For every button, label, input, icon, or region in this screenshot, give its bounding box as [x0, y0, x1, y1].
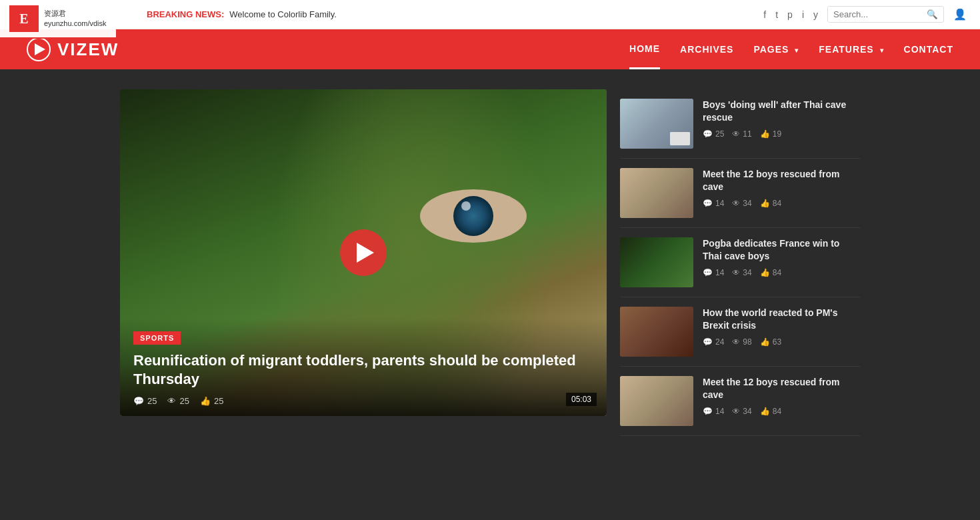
side-thumb-1: [620, 168, 693, 218]
user-icon[interactable]: 👤: [953, 8, 967, 21]
pinterest-icon[interactable]: p: [787, 9, 793, 20]
side-meta-2: 💬 14 👁 34 👍 84: [703, 268, 860, 277]
side-title-0: Boys 'doing well' after Thai cave rescue: [703, 99, 860, 124]
like-count-4: 84: [773, 407, 781, 416]
pages-arrow: ▾: [795, 47, 799, 54]
brand-logo[interactable]: VIZEW: [27, 37, 119, 61]
duration-badge: 05:03: [566, 393, 597, 406]
play-icon: [35, 43, 45, 55]
side-views-3: 👁 98: [732, 337, 751, 347]
like-icon-0: 👍: [760, 129, 770, 139]
sidebar-card-1[interactable]: Meet the 12 boys rescued from cave 💬 14 …: [620, 159, 860, 228]
thumb-image-0: [620, 99, 693, 149]
eye-icon-1: 👁: [732, 199, 740, 208]
side-comments-2: 💬 14: [703, 268, 724, 277]
comment-icon-1: 💬: [703, 199, 713, 208]
side-comments-3: 💬 24: [703, 337, 724, 347]
watermark-logo: E: [9, 5, 39, 32]
sidebar-card-3[interactable]: How the world reacted to PM's Brexit cri…: [620, 297, 860, 367]
eye-icon: 👁: [167, 396, 176, 406]
youtube-icon[interactable]: y: [813, 9, 818, 20]
like-count-1: 84: [773, 199, 781, 208]
view-count-3: 98: [743, 337, 751, 347]
features-arrow: ▾: [880, 47, 884, 54]
nav-contact[interactable]: CONTACT: [904, 31, 953, 68]
thumb-image-1: [620, 168, 693, 218]
side-meta-3: 💬 24 👁 98 👍 63: [703, 337, 860, 347]
comment-count-1: 14: [715, 199, 724, 208]
nav-pages[interactable]: PAGES ▾: [753, 31, 799, 68]
side-thumb-2: [620, 237, 693, 287]
eye-icon-0: 👁: [732, 129, 740, 139]
side-info-0: Boys 'doing well' after Thai cave rescue…: [703, 99, 860, 139]
side-views-2: 👁 34: [732, 268, 751, 277]
nav-features[interactable]: FEATURES ▾: [819, 31, 883, 68]
card-meta: 💬 25 👁 25 👍 25: [133, 396, 593, 406]
comment-icon-0: 💬: [703, 129, 713, 139]
thumb-image-3: [620, 307, 693, 357]
comment-icon-4: 💬: [703, 407, 713, 416]
eye-illustration: [420, 189, 527, 256]
breaking-label: BREAKING NEWS:: [147, 9, 224, 19]
watermark-text: 资源君 eyunzhu.com/vdisk: [44, 9, 107, 29]
side-thumb-4: [620, 376, 693, 426]
eye-iris: [453, 196, 493, 236]
side-info-2: Pogba dedicates France win to Thai cave …: [703, 237, 860, 277]
sidebar-card-2[interactable]: Pogba dedicates France win to Thai cave …: [620, 228, 860, 297]
search-input[interactable]: [828, 7, 921, 22]
comment-icon: 💬: [133, 396, 144, 406]
breaking-text: Welcome to Colorlib Family.: [229, 9, 337, 19]
twitter-icon[interactable]: t: [775, 9, 778, 20]
view-count-1: 34: [743, 199, 751, 208]
eye-icon-2: 👁: [732, 268, 740, 277]
view-count-2: 34: [743, 268, 751, 277]
brand-name: VIZEW: [57, 39, 119, 60]
side-meta-4: 💬 14 👁 34 👍 84: [703, 407, 860, 416]
sidebar-card-4[interactable]: Meet the 12 boys rescued from cave 💬 14 …: [620, 367, 860, 436]
nav-links: HOME ARCHIVES PAGES ▾ FEATURES ▾ CONTACT: [629, 30, 953, 69]
like-icon-2: 👍: [760, 268, 770, 277]
view-count: 👁 25: [167, 396, 189, 406]
breaking-news: BREAKING NEWS: Welcome to Colorlib Famil…: [147, 9, 337, 19]
side-likes-1: 👍 84: [760, 199, 781, 208]
comment-count-4: 14: [715, 407, 724, 416]
side-title-1: Meet the 12 boys rescued from cave: [703, 168, 860, 193]
sidebar-card-0[interactable]: Boys 'doing well' after Thai cave rescue…: [620, 89, 860, 159]
side-likes-4: 👍 84: [760, 407, 781, 416]
linkedin-icon[interactable]: i: [802, 9, 804, 20]
facebook-icon[interactable]: f: [763, 9, 766, 20]
side-info-1: Meet the 12 boys rescued from cave 💬 14 …: [703, 168, 860, 208]
side-comments-4: 💬 14: [703, 407, 724, 416]
like-count: 👍 25: [200, 396, 223, 406]
view-count-0: 11: [743, 129, 751, 139]
side-meta-1: 💬 14 👁 34 👍 84: [703, 199, 860, 208]
card-overlay: SPORTS Reunification of migrant toddlers…: [120, 318, 607, 416]
main-video-card[interactable]: SPORTS Reunification of migrant toddlers…: [120, 89, 607, 416]
eye-icon-4: 👁: [732, 407, 740, 416]
play-triangle-icon: [357, 243, 374, 263]
side-title-4: Meet the 12 boys rescued from cave: [703, 376, 860, 401]
side-comments-1: 💬 14: [703, 199, 724, 208]
side-info-4: Meet the 12 boys rescued from cave 💬 14 …: [703, 376, 860, 416]
eye-icon-3: 👁: [732, 337, 740, 347]
side-thumb-3: [620, 307, 693, 357]
search-button[interactable]: 🔍: [921, 7, 943, 22]
top-bar: BREAKING NEWS: Welcome to Colorlib Famil…: [0, 0, 980, 29]
side-thumb-0: [620, 99, 693, 149]
play-button-overlay[interactable]: [340, 229, 387, 276]
side-likes-2: 👍 84: [760, 268, 781, 277]
like-count-3: 63: [773, 337, 781, 347]
nav-home[interactable]: HOME: [629, 30, 660, 69]
side-meta-0: 💬 25 👁 11 👍 19: [703, 129, 860, 139]
like-icon-3: 👍: [760, 337, 770, 347]
nav-archives[interactable]: ARCHIVES: [680, 31, 733, 68]
comment-count-0: 25: [715, 129, 724, 139]
side-info-3: How the world reacted to PM's Brexit cri…: [703, 307, 860, 347]
thumb-image-4: [620, 376, 693, 426]
side-likes-3: 👍 63: [760, 337, 781, 347]
eye-highlight: [461, 201, 471, 211]
like-count-2: 84: [773, 268, 781, 277]
side-title-3: How the world reacted to PM's Brexit cri…: [703, 307, 860, 332]
nav-bar: VIZEW HOME ARCHIVES PAGES ▾ FEATURES ▾ C…: [0, 29, 980, 69]
view-count-4: 34: [743, 407, 751, 416]
